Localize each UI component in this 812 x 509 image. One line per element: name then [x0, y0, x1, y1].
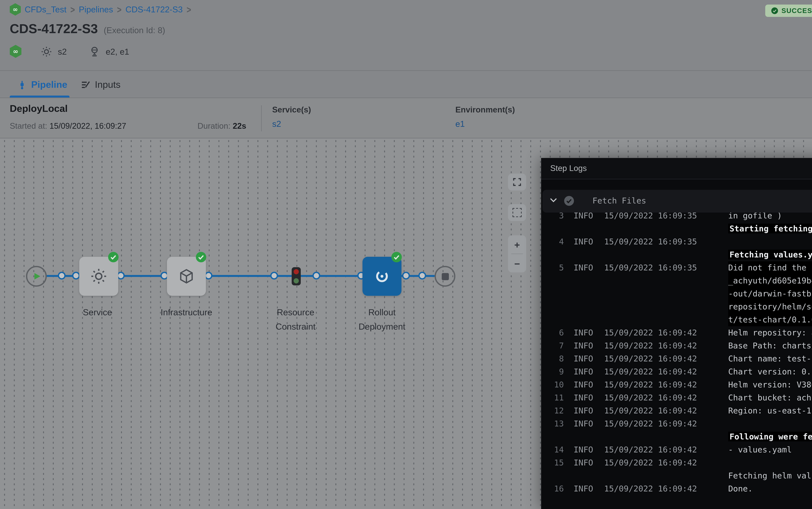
log-row: 3INFO15/09/2022 16:09:35Starting fetchin… — [541, 209, 812, 235]
log-message: Helm repository: aws-qa-setup-modified — [719, 326, 812, 339]
node-label-rollout: Rollout Deployment — [353, 306, 411, 334]
stop-icon — [441, 273, 448, 280]
tab-pipeline[interactable]: Pipeline — [17, 71, 67, 98]
breadcrumb-project[interactable]: CFDs_Test — [25, 5, 66, 14]
page-header: ∞ CFDs_Test > Pipelines > CDS-41722-S3 >… — [0, 0, 812, 70]
log-level: INFO — [564, 235, 604, 261]
stage-duration: Duration: 22s — [197, 122, 246, 131]
environment-tag: e2, e1 — [106, 46, 129, 56]
log-line-number: 16 — [541, 482, 564, 495]
app-root: ∞ CFDs_Test > Pipelines > CDS-41722-S3 >… — [0, 0, 812, 509]
log-line-number: 7 — [541, 339, 564, 352]
node-rollout-deployment[interactable] — [363, 257, 401, 296]
start-node[interactable] — [26, 266, 47, 287]
svg-text:∞: ∞ — [13, 47, 18, 55]
log-timestamp: 15/09/2022 16:09:42 — [604, 339, 719, 352]
log-level: INFO — [564, 365, 604, 378]
log-line-number: 3 — [541, 209, 564, 235]
marquee-select-button[interactable] — [508, 204, 526, 221]
log-level: INFO — [564, 417, 604, 443]
log-timestamp: 15/09/2022 16:09:42 — [604, 456, 719, 482]
log-message: - values.yaml — [719, 443, 812, 456]
log-message: Fetching values.yaml from helm chart rep… — [719, 235, 812, 261]
inputs-icon — [80, 80, 90, 90]
stage-summary-bar: DeployLocal Started at: 15/09/2022, 16:0… — [0, 98, 812, 138]
gear-icon — [90, 268, 107, 285]
zoom-out-button[interactable]: − — [508, 254, 526, 272]
log-line-number: 6 — [541, 326, 564, 339]
log-row: 11INFO15/09/2022 16:09:42Chart bucket: a… — [541, 391, 812, 404]
green-light-icon — [294, 278, 299, 283]
service-link[interactable]: s2 — [272, 119, 281, 129]
tab-bar: Pipeline Inputs Console View — [0, 70, 812, 98]
log-message: Following were fetched successfully : — [719, 417, 812, 443]
tab-inputs[interactable]: Inputs — [80, 71, 120, 98]
breadcrumb-pipeline-name[interactable]: CDS-41722-S3 — [125, 5, 183, 14]
log-line-number: 4 — [541, 235, 564, 261]
red-light-icon — [294, 269, 299, 274]
log-level: INFO — [564, 209, 604, 235]
log-line-number: 8 — [541, 352, 564, 365]
log-line-number: 15 — [541, 456, 564, 482]
log-timestamp: 15/09/2022 16:09:42 — [604, 391, 719, 404]
log-timestamp: 15/09/2022 16:09:42 — [604, 443, 719, 456]
svg-text:∞: ∞ — [13, 6, 18, 13]
harness-cd-logo-icon: ∞ — [10, 45, 22, 58]
play-icon — [34, 273, 40, 279]
log-level: INFO — [564, 456, 604, 482]
log-timestamp: 15/09/2022 16:09:42 — [604, 352, 719, 365]
log-message: Fetching helm values completed successfu… — [719, 456, 812, 482]
log-line-number: 5 — [541, 261, 564, 326]
log-line-number: 10 — [541, 378, 564, 391]
environments-label: Environment(s) — [455, 105, 515, 114]
log-level: INFO — [564, 352, 604, 365]
pipeline-icon — [17, 80, 27, 90]
breadcrumb-separator-icon: > — [70, 4, 75, 15]
log-level: INFO — [564, 261, 604, 326]
log-timestamp: 15/09/2022 16:09:35 — [604, 261, 719, 326]
success-check-icon — [195, 251, 207, 263]
title-row: CDS-41722-S3 (Execution Id: 8) — [10, 22, 165, 36]
service-gear-icon — [41, 46, 52, 57]
log-level: INFO — [564, 482, 604, 495]
fullscreen-icon — [513, 177, 522, 186]
log-level: INFO — [564, 326, 604, 339]
log-row: 10INFO15/09/2022 16:09:42Helm version: V… — [541, 378, 812, 391]
edge-port — [418, 272, 426, 279]
breadcrumb: ∞ CFDs_Test > Pipelines > CDS-41722-S3 > — [10, 3, 191, 15]
log-message: Did not find the chart and version in lo… — [719, 261, 812, 326]
log-row: 7INFO15/09/2022 16:09:42Base Path: chart… — [541, 339, 812, 352]
log-level: INFO — [564, 378, 604, 391]
rollout-icon — [373, 268, 391, 285]
log-message: Base Path: charts/ — [719, 339, 812, 352]
log-level: INFO — [564, 391, 604, 404]
breadcrumb-pipelines[interactable]: Pipelines — [79, 5, 113, 14]
log-message: Starting fetching Helm values — [719, 209, 812, 235]
chevron-down-icon[interactable] — [550, 198, 557, 203]
node-resource-constraint[interactable] — [292, 267, 301, 285]
log-message: Region: us-east-1 — [719, 404, 812, 417]
success-check-icon — [108, 251, 119, 263]
page-title: CDS-41722-S3 — [10, 22, 98, 36]
log-message: Helm version: V380 — [719, 378, 812, 391]
log-section-fetch-files[interactable]: Fetch Files ↑ ↓ 9s — [543, 190, 812, 212]
environment-link[interactable]: e1 — [455, 119, 465, 129]
end-node[interactable] — [435, 266, 455, 287]
services-label: Service(s) — [272, 105, 311, 114]
log-level: INFO — [564, 443, 604, 456]
node-infrastructure[interactable] — [167, 257, 206, 296]
zoom-in-button[interactable]: + — [508, 235, 526, 253]
log-row: 9INFO15/09/2022 16:09:42Chart version: 0… — [541, 365, 812, 378]
step-success-icon — [564, 196, 574, 206]
log-line-number: 12 — [541, 404, 564, 417]
log-level: INFO — [564, 339, 604, 352]
log-timestamp: 15/09/2022 16:09:42 — [604, 365, 719, 378]
log-line-number: 11 — [541, 391, 564, 404]
breadcrumb-separator-icon: > — [187, 4, 191, 15]
log-level: INFO — [564, 404, 604, 417]
node-service[interactable] — [79, 257, 118, 296]
check-circle-icon — [771, 7, 778, 14]
breadcrumb-separator-icon: > — [117, 4, 121, 15]
harness-cd-logo-icon: ∞ — [10, 3, 21, 15]
fit-to-screen-button[interactable] — [508, 174, 526, 191]
